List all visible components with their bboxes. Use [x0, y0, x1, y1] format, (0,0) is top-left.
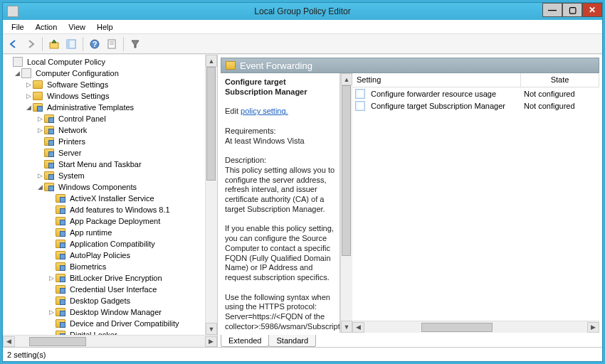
expand-icon[interactable]: ▷: [47, 274, 56, 282]
description-text: If you enable this policy setting, you c…: [225, 224, 334, 282]
expand-icon[interactable]: ▷: [24, 81, 33, 88]
collapse-icon[interactable]: ◢: [36, 183, 44, 191]
folder-icon: [56, 240, 65, 248]
tab-extended[interactable]: Extended: [221, 335, 269, 347]
folder-icon: [56, 274, 65, 282]
menu-file[interactable]: File: [6, 21, 30, 33]
details-header: Event Forwarding: [221, 58, 599, 73]
tab-standard[interactable]: Standard: [268, 335, 316, 347]
setting-name: Configure target Subscription Manager: [368, 102, 521, 110]
tree-hscroll[interactable]: ◀ ▶: [3, 335, 217, 347]
expand-icon[interactable]: ▷: [24, 92, 33, 100]
tree-wc-item[interactable]: ActiveX Installer Service: [3, 193, 205, 204]
tree-root[interactable]: Local Computer Policy: [3, 56, 205, 68]
menu-help[interactable]: Help: [91, 21, 119, 33]
desc-vscroll[interactable]: ▲ ▼: [340, 73, 352, 333]
maximize-button[interactable]: ▢: [562, 3, 582, 17]
status-text: 2 setting(s): [7, 350, 46, 359]
tree-wc-item[interactable]: Device and Driver Compatibility: [3, 318, 205, 329]
scroll-up-icon[interactable]: ▲: [341, 73, 352, 85]
window-title: Local Group Policy Editor: [3, 6, 602, 16]
folder-icon: [56, 296, 65, 305]
expand-icon[interactable]: ▷: [36, 115, 44, 122]
description-text: Use the following syntax when using the …: [225, 293, 340, 333]
setting-state: Not configured: [521, 102, 599, 110]
col-setting[interactable]: Setting: [352, 73, 521, 87]
tree-wc-item[interactable]: ▷Desktop Window Manager: [3, 306, 205, 318]
collapse-icon[interactable]: ◢: [13, 70, 21, 77]
tree-printers[interactable]: Printers: [3, 136, 205, 147]
scroll-right-icon[interactable]: ▶: [587, 322, 599, 333]
description-pane: Configure target Subscription Manager Ed…: [221, 73, 340, 333]
tree-network[interactable]: ▷Network: [3, 124, 205, 136]
folder-icon: [56, 262, 65, 271]
tree-system[interactable]: ▷System: [3, 170, 205, 181]
expand-icon[interactable]: ▷: [47, 309, 56, 316]
back-button[interactable]: [6, 36, 21, 52]
settings-list: Setting State Configure forwarder resour…: [352, 73, 599, 333]
tree-admin-templates[interactable]: ◢Administrative Templates: [3, 102, 205, 113]
tree-wc-item[interactable]: AutoPlay Policies: [3, 250, 205, 261]
tree-start-menu[interactable]: Start Menu and Taskbar: [3, 159, 205, 170]
scroll-down-icon[interactable]: ▼: [206, 323, 217, 335]
tree-wc-item[interactable]: Biometrics: [3, 261, 205, 272]
tree-wc-item[interactable]: Digital Locker: [3, 329, 205, 335]
tree-pane: Local Computer Policy ◢Computer Configur…: [3, 55, 218, 347]
scroll-thumb[interactable]: [29, 337, 86, 346]
scroll-up-icon[interactable]: ▲: [206, 55, 217, 67]
scroll-thumb[interactable]: [421, 323, 493, 332]
tree-wc-item[interactable]: ▷BitLocker Drive Encryption: [3, 272, 205, 284]
tree-wc-item[interactable]: Credential User Interface: [3, 284, 205, 295]
edit-policy-link[interactable]: policy setting.: [241, 107, 288, 115]
scroll-left-icon[interactable]: ◀: [352, 322, 364, 333]
tree-windows-settings[interactable]: ▷Windows Settings: [3, 90, 205, 102]
status-bar: 2 setting(s): [3, 347, 602, 361]
tree-wc-item[interactable]: Desktop Gadgets: [3, 295, 205, 306]
col-state[interactable]: State: [521, 73, 599, 87]
expand-icon[interactable]: ▷: [36, 127, 44, 134]
folder-icon: [44, 114, 54, 123]
minimize-button[interactable]: —: [542, 3, 562, 17]
collapse-icon[interactable]: ◢: [24, 104, 33, 111]
up-button[interactable]: [46, 36, 62, 52]
scroll-down-icon[interactable]: ▼: [341, 321, 352, 333]
tree-wc-item[interactable]: Add features to Windows 8.1: [3, 204, 205, 215]
tree-wc-item[interactable]: Application Compatibility: [3, 238, 205, 250]
folder-icon: [56, 285, 65, 294]
list-header: Setting State: [352, 73, 599, 87]
details-pane: Event Forwarding Configure target Subscr…: [218, 55, 602, 347]
scroll-thumb[interactable]: [342, 85, 351, 256]
tree-wc-item[interactable]: App Package Deployment: [3, 215, 205, 227]
policy-tree[interactable]: Local Computer Policy ◢Computer Configur…: [3, 55, 205, 335]
titlebar[interactable]: Local Group Policy Editor — ▢ ✕: [3, 3, 602, 20]
tree-computer-config[interactable]: ◢Computer Configuration: [3, 68, 205, 79]
tree-wc-item[interactable]: App runtime: [3, 227, 205, 238]
properties-button[interactable]: [104, 36, 120, 52]
folder-icon: [44, 171, 54, 180]
close-button[interactable]: ✕: [582, 3, 602, 17]
filter-button[interactable]: [127, 36, 143, 52]
list-row[interactable]: Configure target Subscription Manager No…: [352, 100, 599, 112]
show-tree-button[interactable]: [63, 36, 79, 52]
list-row[interactable]: Configure forwarder resource usage Not c…: [352, 87, 599, 100]
folder-icon: [226, 61, 236, 70]
scroll-right-icon[interactable]: ▶: [205, 336, 217, 347]
menu-view[interactable]: View: [63, 21, 91, 33]
scroll-thumb[interactable]: [206, 67, 216, 181]
tree-server[interactable]: Server: [3, 147, 205, 159]
tree-software-settings[interactable]: ▷Software Settings: [3, 79, 205, 90]
tree-windows-components[interactable]: ◢Windows Components: [3, 181, 205, 193]
tree-vscroll[interactable]: ▲ ▼: [205, 55, 217, 335]
svg-rect-2: [67, 40, 70, 48]
list-hscroll[interactable]: ◀ ▶: [352, 321, 599, 333]
forward-button[interactable]: [23, 36, 38, 52]
help-button[interactable]: ?: [87, 36, 102, 52]
description-label: Description:: [225, 156, 266, 164]
folder-icon: [33, 92, 43, 100]
folder-icon: [56, 194, 65, 203]
expand-icon[interactable]: ▷: [36, 172, 44, 179]
menu-action[interactable]: Action: [30, 21, 63, 33]
folder-icon: [44, 137, 54, 146]
tree-control-panel[interactable]: ▷Control Panel: [3, 113, 205, 124]
scroll-left-icon[interactable]: ◀: [3, 336, 15, 347]
